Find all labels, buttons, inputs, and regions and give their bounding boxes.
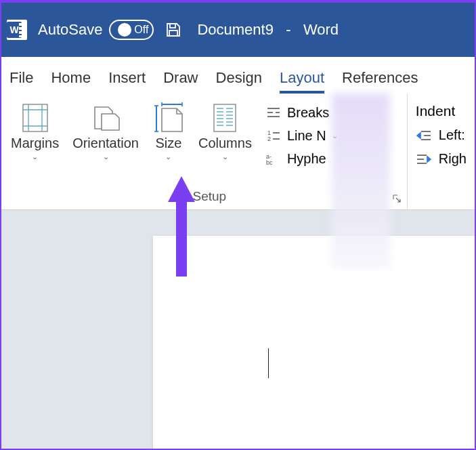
indent-right-icon (416, 152, 432, 166)
svg-rect-8 (23, 104, 47, 131)
line-numbers-icon: 1 2 (265, 127, 282, 144)
title-bar: W AutoSave Off Document9 - Word (1, 3, 475, 57)
svg-rect-6 (170, 24, 175, 28)
save-button[interactable] (165, 21, 182, 39)
ribbon: Margins ⌄ Orientation ⌄ (1, 94, 475, 210)
document-title: Document9 - Word (197, 21, 339, 39)
breaks-button[interactable]: Breaks (261, 102, 342, 123)
tab-home[interactable]: Home (51, 69, 91, 94)
indent-title: Indent (416, 99, 467, 123)
tab-layout[interactable]: Layout (280, 69, 324, 94)
chevron-down-icon: ⌄ (222, 152, 228, 161)
page-setup-group: Margins ⌄ Orientation ⌄ (1, 94, 408, 209)
dialog-launcher-icon[interactable] (392, 194, 402, 205)
autosave-state: Off (134, 24, 148, 36)
chevron-down-icon: ⌄ (332, 131, 338, 140)
columns-icon (209, 102, 241, 134)
margins-button[interactable]: Margins ⌄ (7, 99, 63, 169)
indent-left-row[interactable]: Left: (416, 123, 467, 147)
svg-text:bc: bc (266, 159, 273, 165)
margins-icon (19, 102, 51, 134)
chevron-down-icon: ⌄ (165, 152, 171, 161)
tab-design[interactable]: Design (216, 69, 262, 94)
svg-rect-7 (169, 30, 177, 36)
hyphenation-button[interactable]: a- bc Hyphe (261, 148, 342, 169)
page-setup-label: e Setup (7, 186, 402, 207)
document-page[interactable] (153, 236, 476, 450)
breaks-icon (265, 104, 282, 121)
document-canvas[interactable] (1, 213, 475, 449)
chevron-down-icon: ⌄ (103, 152, 109, 161)
autosave-label: AutoSave (38, 21, 102, 39)
tab-file[interactable]: File (9, 69, 33, 94)
orientation-icon (89, 102, 122, 134)
paragraph-group: Indent Left: Righ (408, 94, 475, 209)
hyphenation-icon: a- bc (265, 150, 282, 167)
word-app-icon: W (7, 20, 27, 40)
line-numbers-button[interactable]: 1 2 Line N ⌄ (261, 125, 342, 146)
columns-button[interactable]: Columns ⌄ (194, 99, 256, 169)
toggle-knob-icon (118, 23, 131, 37)
svg-rect-4 (19, 31, 26, 34)
svg-text:W: W (9, 24, 19, 35)
indent-left-icon (416, 129, 432, 142)
autosave-control: AutoSave Off (38, 20, 154, 40)
chevron-down-icon: ⌄ (32, 152, 38, 161)
autosave-toggle[interactable]: Off (109, 20, 154, 40)
orientation-button[interactable]: Orientation ⌄ (68, 99, 143, 169)
text-cursor (268, 348, 269, 378)
tab-references[interactable]: References (342, 69, 418, 94)
indent-right-row[interactable]: Righ (416, 147, 467, 171)
svg-rect-3 (19, 27, 26, 30)
size-button[interactable]: Size ⌄ (148, 99, 189, 169)
svg-rect-5 (19, 35, 26, 37)
tab-insert[interactable]: Insert (108, 69, 146, 94)
size-icon (152, 102, 185, 134)
svg-rect-2 (19, 23, 26, 26)
tab-draw[interactable]: Draw (163, 69, 198, 94)
svg-text:2: 2 (267, 136, 271, 142)
ribbon-tabs: File Home Insert Draw Design Layout Refe… (1, 57, 475, 94)
